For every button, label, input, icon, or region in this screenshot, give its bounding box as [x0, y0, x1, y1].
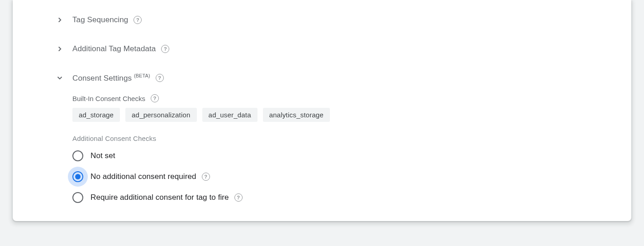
- radio-row-not-set[interactable]: Not set: [72, 150, 631, 161]
- radio-row-require[interactable]: Require additional consent for tag to fi…: [72, 192, 631, 203]
- help-icon[interactable]: [161, 45, 169, 53]
- builtin-consent-label: Built-In Consent Checks: [72, 94, 631, 102]
- chip-analytics-storage: analytics_storage: [263, 108, 330, 122]
- accordion-title: Tag Sequencing: [72, 15, 128, 24]
- chevron-down-icon: [54, 72, 65, 83]
- help-icon[interactable]: [134, 16, 142, 24]
- help-icon[interactable]: [202, 173, 210, 181]
- radio-no-additional[interactable]: [72, 171, 83, 182]
- radio-not-set[interactable]: [72, 150, 83, 161]
- radio-label: No additional consent required: [91, 172, 210, 181]
- additional-consent-radio-group: Not set No additional consent required R…: [72, 150, 631, 203]
- consent-settings-body: Built-In Consent Checks ad_storage ad_pe…: [13, 92, 631, 203]
- settings-card: Tag Sequencing Additional Tag Metadata C…: [13, 0, 631, 221]
- radio-inner-icon: [75, 174, 81, 179]
- radio-row-no-additional[interactable]: No additional consent required: [72, 171, 631, 182]
- accordion-title: Additional Tag Metadata: [72, 44, 156, 53]
- accordion-tag-sequencing[interactable]: Tag Sequencing: [13, 5, 631, 34]
- chip-ad-user-data: ad_user_data: [202, 108, 258, 122]
- accordion-additional-metadata[interactable]: Additional Tag Metadata: [13, 34, 631, 63]
- additional-consent-label: Additional Consent Checks: [72, 135, 631, 142]
- radio-label: Not set: [91, 151, 115, 160]
- builtin-consent-chips: ad_storage ad_personalization ad_user_da…: [72, 108, 631, 122]
- accordion-consent-settings[interactable]: Consent Settings (BETA): [13, 63, 631, 92]
- chip-ad-personalization: ad_personalization: [125, 108, 197, 122]
- help-icon[interactable]: [156, 74, 164, 82]
- help-icon[interactable]: [151, 94, 159, 102]
- radio-label: Require additional consent for tag to fi…: [91, 193, 243, 202]
- beta-badge: (BETA): [134, 73, 150, 78]
- accordion-title: Consent Settings (BETA): [72, 73, 150, 83]
- chip-ad-storage: ad_storage: [72, 108, 120, 122]
- chevron-right-icon: [54, 43, 65, 54]
- help-icon[interactable]: [234, 193, 243, 202]
- chevron-right-icon: [54, 14, 65, 25]
- radio-require[interactable]: [72, 192, 83, 203]
